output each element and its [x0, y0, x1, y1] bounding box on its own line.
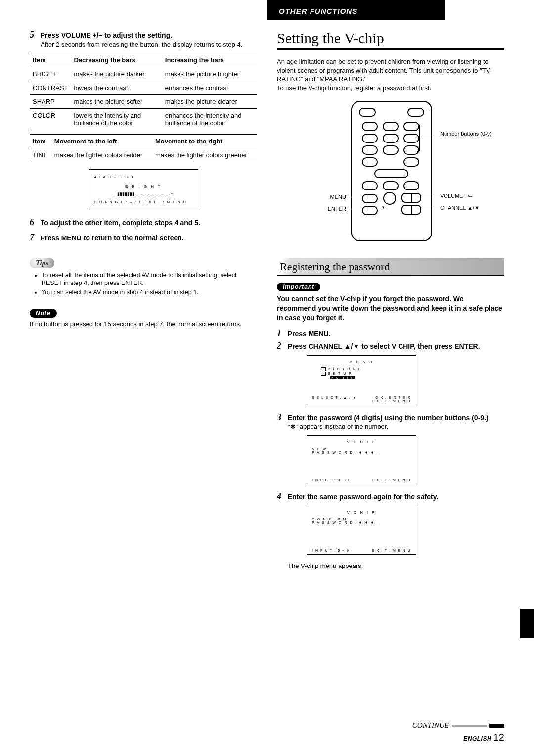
menu-icon: [321, 372, 326, 376]
page-title: Setting the V-chip: [277, 30, 504, 47]
step-4: 4 Enter the same password again for the …: [277, 491, 504, 502]
step-7: 7 Press MENU to return to the normal scr…: [30, 233, 257, 243]
step-number: 7: [30, 233, 39, 243]
osd-line: P A S S W O R D : ✱ ✱ ✱ –: [312, 521, 411, 525]
intro-text: An age limitation can be set to prevent …: [277, 57, 504, 92]
step-title: Press MENU.: [288, 330, 331, 338]
osd-item-highlighted: V C H I P: [330, 376, 355, 379]
table-cell: enhances the intensity and brilliance of…: [162, 108, 257, 130]
settings-table-1: Item Decreasing the bars Increasing the …: [30, 53, 257, 130]
language-label: ENGLISH: [463, 735, 491, 742]
th-left: Movement to the left: [51, 134, 152, 148]
page-footer: CONTINUE ENGLISH 12: [412, 721, 504, 743]
step-2: 2 Press CHANNEL ▲/▼ to select V CHIP, th…: [277, 341, 504, 351]
table-cell: COLOR: [30, 108, 71, 130]
osd-vchip-new: V C H I P N E W P A S S W O R D : ✱ ✱ ✱ …: [307, 435, 416, 484]
step-number: 4: [277, 491, 286, 502]
osd-footer-right: E X I T : M E N U: [372, 478, 411, 482]
label-enter: ENTER: [316, 206, 346, 212]
osd-bar: – ▮▮▮▮▮▮▮···························· +: [94, 191, 193, 196]
lead-line: [420, 196, 439, 196]
step-title: Press MENU to return to the normal scree…: [41, 234, 184, 242]
step-title: Enter the same password again for the sa…: [288, 493, 439, 501]
osd-footer-right: E X I T : M E N U: [372, 399, 411, 403]
tip-item: You can select the AV mode in step 4 ins…: [42, 288, 257, 297]
osd-item: P I C T U R E: [321, 367, 411, 371]
step-3: 3 Enter the password (4 digits) using th…: [277, 412, 504, 431]
remote-channel-rocker: [401, 205, 421, 215]
step-title: Press CHANNEL ▲/▼ to select V CHIP, then…: [288, 342, 480, 350]
note-text: If no button is pressed for 15 seconds i…: [30, 320, 257, 329]
remote-number-button: [383, 145, 399, 155]
remote-button: [362, 181, 378, 190]
settings-table-2: Item Movement to the left Movement to th…: [30, 134, 257, 162]
osd-title: V C H I P: [312, 510, 411, 515]
table-cell: BRIGHT: [30, 67, 71, 81]
lead-line: [417, 125, 419, 125]
osd-line: P A S S W O R D : ✱ ✱ ✱ –: [312, 451, 411, 455]
th-right: Movement to the right: [152, 134, 257, 148]
table-cell: makes the picture clearer: [162, 94, 257, 108]
remote-number-button: [403, 122, 419, 131]
label-channel: CHANNEL ▲/▼: [440, 205, 480, 211]
right-column: Setting the V-chip An age limitation can…: [277, 30, 504, 570]
remote-menu-button: [362, 194, 378, 203]
subsection-title: Registering the password: [277, 258, 504, 276]
lead-line: [419, 125, 420, 151]
th-inc: Increasing the bars: [162, 53, 257, 67]
osd-title: M E N U: [312, 360, 411, 364]
osd-footer: C H A N G E : – / + E X I T : M E N U: [94, 200, 193, 204]
remote-button: [383, 192, 396, 205]
after-step-text: The V-chip menu appears.: [288, 562, 504, 570]
decor-bar: [452, 725, 487, 727]
step-5: 5 Press VOLUME +/– to adjust the setting…: [30, 30, 257, 49]
osd-footer-right: O K : E N T E R: [375, 396, 411, 399]
osd-line: N E W: [312, 447, 411, 451]
osd-footer-right: E X I T : M E N U: [372, 549, 411, 552]
step-1: 1 Press MENU.: [277, 329, 504, 339]
osd-item-label: P I C T U R E: [328, 367, 361, 371]
th-item: Item: [30, 134, 51, 148]
tip-item: To reset all the items of the selected A…: [42, 271, 257, 288]
lead-line: [419, 137, 439, 137]
osd-item-label: S E T U P: [328, 372, 352, 375]
table-cell: makes the lighter colors redder: [51, 148, 152, 162]
table-cell: makes the picture softer: [71, 94, 162, 108]
remote-button: [359, 108, 376, 117]
remote-volume-rocker: [401, 193, 421, 203]
label-menu: MENU: [316, 194, 346, 200]
lead-line: [417, 151, 419, 152]
section-header: OTHER FUNCTIONS: [267, 7, 457, 15]
lead-line: [347, 197, 360, 197]
important-text: You cannot set the V-chip if you forget …: [277, 294, 504, 323]
osd-item: S E T U P: [321, 372, 411, 376]
osd-vchip-confirm: V C H I P C O N F I R M P A S S W O R D …: [307, 506, 416, 555]
continue-label: CONTINUE: [412, 721, 449, 730]
remote-number-button: [362, 122, 378, 131]
remote-number-button: [383, 134, 399, 143]
remote-number-button: [362, 145, 378, 155]
step-number: 5: [30, 30, 39, 40]
osd-footer-left: S E L E C T : ▲ / ▼: [312, 396, 356, 403]
important-badge: Important: [277, 283, 320, 291]
remote-number-button: [403, 145, 419, 155]
osd-footer-left: I N P U T : 0 ~ 9: [312, 478, 350, 482]
table-cell: CONTRAST: [30, 81, 71, 94]
decor-bar: [490, 724, 504, 728]
title-underline: [277, 48, 504, 50]
label-number-buttons: Number buttons (0-9): [440, 131, 492, 137]
table-cell: TINT: [30, 148, 51, 162]
th-item: Item: [30, 53, 71, 67]
label-volume: VOLUME +/–: [440, 193, 472, 199]
table-cell: lowers the intensity and brilliance of t…: [71, 108, 162, 130]
remote-number-button: [383, 122, 399, 131]
menu-icon: [321, 367, 326, 371]
lead-line: [347, 209, 360, 209]
remote-number-button: [362, 134, 378, 143]
step-title: To adjust the other item, complete steps…: [41, 219, 200, 227]
remote-button: [362, 157, 378, 167]
osd-line: C O N F I R M: [312, 518, 411, 521]
tips-list: To reset all the items of the selected A…: [42, 271, 257, 297]
remote-body: ▾: [351, 101, 432, 241]
table-cell: SHARP: [30, 94, 71, 108]
